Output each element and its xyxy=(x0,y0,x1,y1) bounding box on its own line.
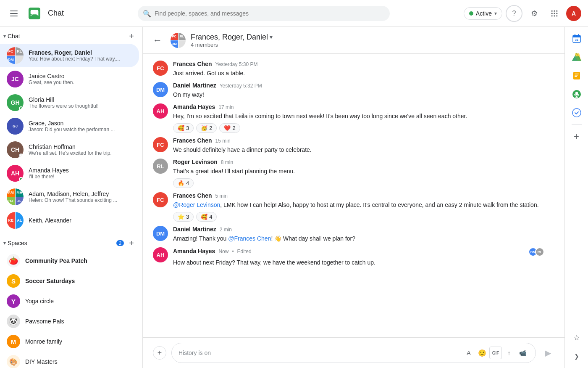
emoji-button[interactable]: 🙂 xyxy=(476,347,488,359)
gif-button[interactable]: GIF xyxy=(489,347,502,359)
chat-preview: Jason: Did you watch the performan ... xyxy=(29,127,132,132)
active-status[interactable]: Active ▾ xyxy=(464,7,502,20)
chat-title-chevron-icon[interactable]: ▾ xyxy=(270,34,273,40)
input-area: + History is on A 🙂 GIF ↑ 📹 ▶ xyxy=(143,337,564,368)
active-label: Active xyxy=(476,10,492,17)
msg-text: @Roger Levinson, LMK how I can help! Als… xyxy=(173,201,554,209)
chat-item-frances-roger-daniel[interactable]: FC RL DM Frances, Roger, Daniel You: How… xyxy=(0,44,139,67)
apps-grid-button[interactable] xyxy=(546,5,563,22)
chat-preview: You: How about next Friday? That way,... xyxy=(29,56,132,62)
reaction[interactable]: 🥰 4 xyxy=(196,212,217,222)
app-logo xyxy=(28,7,41,20)
google-calendar-button[interactable]: 31 xyxy=(568,30,585,47)
app-title: Chat xyxy=(48,9,64,18)
google-tasks-button[interactable] xyxy=(568,104,585,121)
google-voice-button[interactable] xyxy=(568,86,585,103)
status-indicator xyxy=(19,154,23,158)
svg-point-3 xyxy=(556,10,557,11)
messages-area: FC Frances Chen Yesterday 5:30 PM Just a… xyxy=(143,54,564,337)
google-keep-button[interactable] xyxy=(568,67,585,84)
hamburger-menu[interactable] xyxy=(7,7,21,20)
svg-point-2 xyxy=(554,10,555,11)
search-input[interactable] xyxy=(138,6,390,21)
favorites-button[interactable]: ☆ xyxy=(568,329,585,346)
add-space-button[interactable]: + xyxy=(126,237,137,249)
chat-item-grace-jason[interactable]: GJ Grace, Jason Jason: Did you watch the… xyxy=(0,114,139,138)
msg-reactions: 🔥 4 xyxy=(173,178,554,188)
chat-item-janice-castro[interactable]: JC Janice Castro Great, see you then. xyxy=(0,67,139,91)
send-button[interactable]: ▶ xyxy=(541,346,554,360)
space-item-monroe-family[interactable]: M Monroe family xyxy=(0,331,139,352)
upload-button[interactable]: ↑ xyxy=(503,347,515,359)
chat-preview: Helen: Oh wow! That sounds exciting ... xyxy=(29,197,132,203)
space-item-yoga-circle[interactable]: Y Yoga circle xyxy=(0,291,139,311)
msg-timestamp: Now xyxy=(218,249,228,254)
msg-avatar: AH xyxy=(153,103,168,119)
msg-avatar: RL xyxy=(153,159,168,174)
space-item-pawsome-pals[interactable]: 🐼 Pawsome Pals xyxy=(0,311,139,331)
video-button[interactable]: 📹 xyxy=(516,347,529,359)
mention-roger: @Roger Levinson xyxy=(173,201,220,208)
chat-name: Gloria Hill xyxy=(29,96,132,103)
expand-button[interactable]: ❯ xyxy=(568,348,585,365)
settings-button[interactable]: ⚙ xyxy=(526,5,543,22)
space-item-community-pea-patch[interactable]: 🍅 Community Pea Patch xyxy=(0,251,139,271)
space-item-diy-masters[interactable]: 🎨 DIY Masters xyxy=(0,352,139,368)
reaction[interactable]: 🥳 2 xyxy=(196,123,217,133)
msg-reactions: 🥰 3 🥳 2 ❤️ 2 xyxy=(173,123,554,133)
svg-point-8 xyxy=(554,15,555,16)
avatar-group-keith: KE AL xyxy=(7,212,24,229)
chat-name: Grace, Jason xyxy=(29,120,132,127)
message-input-box[interactable]: History is on A 🙂 GIF ↑ 📹 xyxy=(171,343,536,363)
chat-item-adam-madison-helen-jeffrey[interactable]: AM MH HJ JF Adam, Madison, Helen, Jeffre… xyxy=(0,185,139,209)
google-drive-button[interactable] xyxy=(568,49,585,66)
chat-preview: I'll be there! xyxy=(29,174,132,180)
chat-section-title: Chat xyxy=(8,33,126,40)
add-chat-button[interactable]: + xyxy=(126,30,137,42)
msg-timestamp: Yesterday 5:30 PM xyxy=(215,61,258,67)
chat-title[interactable]: Frances, Roger, Daniel xyxy=(191,33,268,42)
space-item-soccer-saturdays[interactable]: S Soccer Saturdays xyxy=(0,271,139,291)
message-group: FC Frances Chen 15 min We should definit… xyxy=(153,137,554,154)
msg-avatar: FC xyxy=(153,192,168,207)
add-apps-button[interactable]: + xyxy=(568,128,585,145)
chat-preview: Great, see you then. xyxy=(29,79,132,85)
space-name: Community Pea Patch xyxy=(25,257,87,264)
chat-item-gloria-hill[interactable]: GH Gloria Hill The flowers were so thoug… xyxy=(0,91,139,114)
msg-separator: • xyxy=(232,249,234,254)
space-icon-soccer-saturdays: S xyxy=(7,274,20,288)
chat-name: Christian Hoffman xyxy=(29,143,132,150)
spaces-badge: 2 xyxy=(116,240,124,246)
online-indicator xyxy=(19,106,23,111)
back-button[interactable]: ← xyxy=(150,32,165,49)
input-placeholder: History is on xyxy=(178,349,211,356)
svg-point-9 xyxy=(556,15,557,16)
search-bar: 🔍 xyxy=(138,6,390,21)
msg-avatar: FC xyxy=(153,137,168,152)
space-name: Soccer Saturdays xyxy=(25,278,75,284)
text-format-button[interactable]: A xyxy=(462,347,475,359)
add-attachment-button[interactable]: + xyxy=(153,346,166,360)
help-button[interactable]: ? xyxy=(506,5,522,22)
avatar-grace-jason: GJ xyxy=(7,118,24,135)
reaction[interactable]: 🥰 3 xyxy=(173,123,194,133)
chat-item-amanda-hayes[interactable]: AH Amanda Hayes I'll be there! xyxy=(0,161,139,185)
chat-item-keith-alexander[interactable]: KE AL Keith, Alexander xyxy=(0,209,139,232)
active-dot xyxy=(469,11,473,16)
msg-edited-label: Edited xyxy=(237,249,252,254)
msg-avatar: AH xyxy=(153,247,168,262)
reaction[interactable]: 🔥 4 xyxy=(173,178,194,188)
msg-timestamp: 8 min xyxy=(221,159,233,165)
space-name: DIY Masters xyxy=(25,358,58,365)
reaction[interactable]: ⭐ 3 xyxy=(173,212,194,222)
space-icon-pawsome-pals: 🐼 xyxy=(7,315,20,328)
msg-author-name: Frances Chen xyxy=(173,137,212,144)
reaction[interactable]: ❤️ 2 xyxy=(219,123,240,133)
user-avatar[interactable]: A xyxy=(566,6,581,21)
svg-rect-22 xyxy=(575,75,578,76)
msg-text: We should definitely have a dinner party… xyxy=(173,146,554,154)
chat-item-christian-hoffman[interactable]: CH Christian Hoffman We're all set. He's… xyxy=(0,138,139,161)
message-group: FC Frances Chen 5 min @Roger Levinson, L… xyxy=(153,192,554,222)
avatar-group-adam: AM MH HJ JF xyxy=(7,188,24,205)
msg-timestamp: 2 min xyxy=(220,227,232,233)
